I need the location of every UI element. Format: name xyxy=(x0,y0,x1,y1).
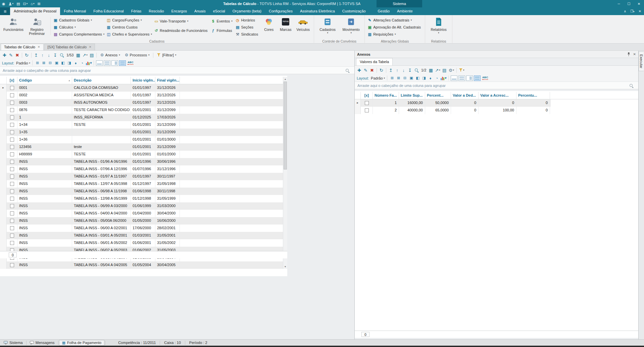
report-doc-icon[interactable]: ▤ xyxy=(89,52,95,58)
grid-option-icon[interactable]: ⊞ xyxy=(389,76,395,81)
row-checkbox[interactable] xyxy=(10,108,14,112)
spellcheck-icon[interactable]: ABC xyxy=(482,76,488,80)
row-checkbox[interactable] xyxy=(10,197,14,201)
row-checkbox[interactable] xyxy=(10,219,14,223)
previous-record-button[interactable]: ↑ xyxy=(394,67,400,73)
row-checkbox[interactable] xyxy=(365,108,369,112)
ribbon-item[interactable]: ▭ Vale-Transporte ▾ xyxy=(154,19,209,23)
grid-option-icon[interactable]: ◨ xyxy=(421,76,427,81)
grid-option-icon[interactable]: ▣ xyxy=(408,76,414,81)
menu-tab[interactable]: Anuais xyxy=(191,7,209,15)
table-row[interactable]: INSS TABELA INSS - 12/97 A 05/1998 01/12… xyxy=(0,180,283,188)
close-tab-icon[interactable]: ✕ xyxy=(38,44,40,50)
row-checkbox[interactable] xyxy=(10,175,14,179)
row-checkbox[interactable] xyxy=(10,263,14,267)
close-pane-icon[interactable]: ✕ xyxy=(639,9,641,13)
row-checkbox[interactable] xyxy=(10,145,14,149)
row-checkbox[interactable] xyxy=(10,226,14,230)
export-icon[interactable]: ↗▾ xyxy=(82,52,88,58)
ribbon-item[interactable]: ▦ Cálculos ▾ xyxy=(53,25,104,30)
maximize-button[interactable]: ☐ xyxy=(624,0,634,7)
row-checkbox[interactable] xyxy=(10,93,14,97)
table-row[interactable]: INSS TABELA INSS - 05/04 A 04/2005 01/05… xyxy=(0,261,283,269)
document-tab[interactable]: Tabelas de Cálculo ✕ xyxy=(1,44,44,50)
ribbon-item[interactable]: ▣ Cadastros Globais ▾ xyxy=(53,18,104,22)
column-chooser-icon[interactable]: ▦ xyxy=(428,67,434,73)
status-folha-button[interactable]: ▦ Folha de Pagamento xyxy=(59,340,105,346)
ribbon-item[interactable]: ◫ Cargos/Funções ▾ xyxy=(106,18,152,22)
header-final[interactable]: Final vigên... xyxy=(155,77,180,84)
menu-tab[interactable]: eSocial xyxy=(209,7,229,15)
table-row[interactable]: 1 INSS_REFORMA 01/12/2025 17/03/2026 xyxy=(0,114,283,121)
table-row[interactable]: ▸ 0001 CALCULO DA COMISSAO 01/01/1997 31… xyxy=(0,84,283,92)
scroll-down-button[interactable]: ▼ xyxy=(283,264,287,269)
view-toggle-split-active[interactable] xyxy=(119,60,126,66)
last-record-button[interactable]: ↧ xyxy=(407,67,413,73)
report-doc-icon[interactable]: ▤ xyxy=(442,67,447,73)
status-mensagens-button[interactable]: Mensagens xyxy=(27,340,57,346)
table-row[interactable]: INSS TABELA INSS - 06/00 A 02/2001 17/06… xyxy=(0,225,283,232)
table-row[interactable]: 2 40000,00 65,0000 0 100,00 0 xyxy=(355,107,551,114)
ribbon-item[interactable]: ◫ Chefes e Supervisores ▾ xyxy=(106,32,152,37)
ribbon-item[interactable]: ✎ Alterações Cadastrais ▾ xyxy=(367,18,422,22)
executar-tab[interactable]: Executar xyxy=(639,51,644,71)
grid-option-icon[interactable]: ◔ xyxy=(79,60,85,66)
grid-option-icon[interactable]: ♦ xyxy=(428,76,433,81)
window-layout-icon[interactable]: ❐▾ xyxy=(630,9,634,13)
table-row[interactable]: 0876 TESTE CARACTER NO CODIGO IDENT 01/0… xyxy=(0,106,283,114)
row-checkbox[interactable] xyxy=(10,189,14,193)
convenios-movimento-button[interactable]: Movimento ▾ xyxy=(340,16,362,39)
pin-icon[interactable] xyxy=(627,52,630,56)
refresh-button[interactable]: ↻ xyxy=(24,52,30,58)
group-by-bar[interactable]: Arraste aqui o cabeçalho de uma coluna p… xyxy=(355,82,638,89)
status-sistema-button[interactable]: Sistema xyxy=(1,340,26,346)
grid-option-icon[interactable]: ▣ xyxy=(54,60,59,66)
previous-record-button[interactable]: ↑ xyxy=(40,52,45,58)
layout-select[interactable]: Padrão▾ xyxy=(371,76,385,80)
menu-tab[interactable]: Folha Educacional xyxy=(90,7,128,15)
row-checkbox[interactable] xyxy=(10,234,14,238)
menu-tab[interactable]: Férias xyxy=(128,7,145,15)
filter-dropdown[interactable]: [Filtrar] ▾ xyxy=(155,52,178,58)
view-toggle-horizontal[interactable] xyxy=(458,76,465,81)
table-row[interactable]: INSS TABELA INSS - 04/00 A 04/2000 01/04… xyxy=(0,210,283,217)
row-checkbox[interactable] xyxy=(10,115,14,119)
menu-tab[interactable]: Customização xyxy=(339,7,369,15)
header-checkbox[interactable]: [x] xyxy=(7,77,17,84)
edit-button[interactable]: ✎ xyxy=(8,52,14,58)
header-limite[interactable]: Limite Sup... xyxy=(399,92,425,99)
chart-icon[interactable]: ▾ xyxy=(441,76,446,81)
view-toggle-horizontal[interactable] xyxy=(104,60,110,66)
table-row[interactable]: ▸ 1 16000,00 50,0000 0 0 0 xyxy=(355,99,551,107)
table-row[interactable]: H99999 TESTE 01/01/2001 01/01/2000 xyxy=(0,151,283,158)
header-percent[interactable]: Percent... xyxy=(425,92,451,99)
grid-option-icon[interactable]: ⊟ xyxy=(47,60,53,66)
grid-option-icon[interactable]: ⊟ xyxy=(402,76,408,81)
grid-option-icon[interactable]: ◧ xyxy=(60,60,66,66)
table-row[interactable]: INSS TABELA INSS - 05/00A 06/2000 01/05/… xyxy=(0,217,283,225)
row-checkbox[interactable] xyxy=(365,101,369,105)
header-descricao[interactable]: Descrição xyxy=(72,77,131,84)
table-row[interactable]: 123456 teste 01/01/2001 31/12/2099 xyxy=(0,143,283,151)
menu-tab[interactable]: Administração de Pessoal xyxy=(10,7,60,15)
ribbon-item[interactable]: ▥ Requisições ▾ xyxy=(367,32,422,37)
ribbon-item[interactable]: ▧ Campos Complementares ▾ xyxy=(53,32,104,37)
view-toggle-single[interactable] xyxy=(96,60,103,66)
grid-option-icon[interactable]: ♦ xyxy=(73,60,79,66)
menu-tab[interactable]: Rescisão xyxy=(145,7,167,15)
row-checkbox[interactable] xyxy=(10,211,14,215)
header-percentu[interactable]: Percentu... xyxy=(516,92,550,99)
table-row[interactable]: INSS TABELA INSS - 06/99 A 03/2000 01/06… xyxy=(0,202,283,210)
convenios-cadastros-button[interactable]: Cadastros ▾ xyxy=(317,16,338,39)
table-row[interactable]: INSS TABELA INSS - 03/01 A 05/2001 01/03… xyxy=(0,232,283,239)
view-toggle-single[interactable] xyxy=(451,76,457,81)
veiculos-button[interactable]: Veículos xyxy=(295,16,311,39)
first-record-button[interactable]: ↥ xyxy=(388,67,394,73)
menu-tab[interactable]: Encargos xyxy=(168,7,191,15)
ribbon-item[interactable]: ↺ Readmissão de Funcionários xyxy=(154,28,209,33)
row-checkbox[interactable] xyxy=(10,160,14,164)
layout-select[interactable]: Padrão▾ xyxy=(16,61,30,65)
menu-tab[interactable]: Folha Mensal xyxy=(60,7,90,15)
menu-tab[interactable]: Configurações xyxy=(265,7,296,15)
table-row[interactable]: INSS TABELA INSS - 01/96 A 06/1996 01/01… xyxy=(0,158,283,165)
